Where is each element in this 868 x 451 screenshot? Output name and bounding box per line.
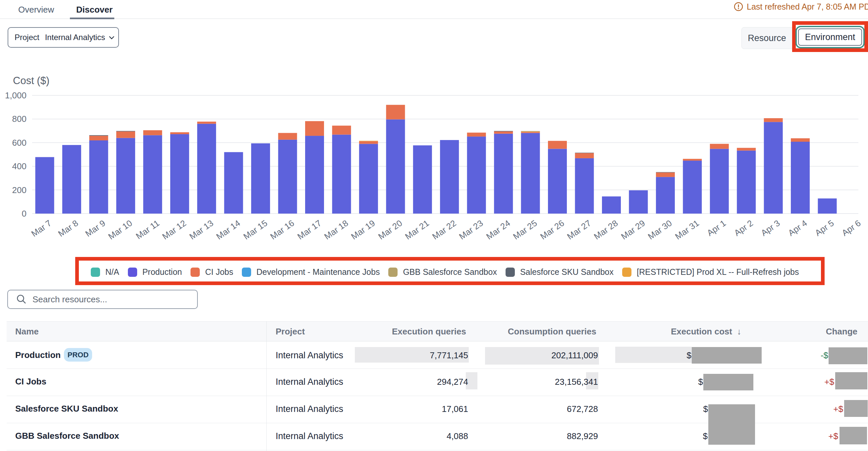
svg-text:800: 800 <box>12 114 27 124</box>
svg-text:Mar 13: Mar 13 <box>187 218 215 241</box>
svg-text:Mar 23: Mar 23 <box>457 218 485 241</box>
svg-text:Mar 27: Mar 27 <box>565 218 593 241</box>
svg-text:Apr 4: Apr 4 <box>786 218 809 238</box>
svg-text:Mar 21: Mar 21 <box>403 218 431 241</box>
svg-text:Apr 3: Apr 3 <box>759 218 781 238</box>
svg-text:Apr 2: Apr 2 <box>732 218 755 238</box>
svg-text:Mar 29: Mar 29 <box>619 218 647 241</box>
svg-text:Mar 10: Mar 10 <box>106 218 134 241</box>
svg-text:600: 600 <box>12 138 27 148</box>
svg-text:Mar 28: Mar 28 <box>592 218 620 241</box>
svg-text:1,000: 1,000 <box>5 90 27 100</box>
svg-text:Mar 17: Mar 17 <box>296 218 323 241</box>
svg-text:Cost ($): Cost ($) <box>13 75 49 87</box>
svg-text:Mar 14: Mar 14 <box>214 218 242 241</box>
svg-text:Mar 31: Mar 31 <box>673 218 701 241</box>
svg-text:Mar 26: Mar 26 <box>538 218 566 241</box>
svg-text:Mar 8: Mar 8 <box>56 218 80 239</box>
svg-text:Mar 24: Mar 24 <box>484 218 512 241</box>
svg-text:Mar 7: Mar 7 <box>30 218 53 239</box>
svg-text:Apr 6: Apr 6 <box>840 218 862 238</box>
svg-text:Mar 18: Mar 18 <box>322 218 350 241</box>
svg-text:Mar 16: Mar 16 <box>268 218 296 241</box>
svg-text:Mar 12: Mar 12 <box>160 218 188 241</box>
svg-text:200: 200 <box>12 185 27 195</box>
svg-text:0: 0 <box>22 208 27 219</box>
svg-text:Mar 20: Mar 20 <box>376 218 404 241</box>
svg-text:Apr 5: Apr 5 <box>813 218 836 238</box>
svg-text:Mar 22: Mar 22 <box>430 218 458 241</box>
svg-text:Mar 9: Mar 9 <box>84 218 107 239</box>
svg-text:Apr 1: Apr 1 <box>705 218 727 238</box>
svg-text:Mar 30: Mar 30 <box>646 218 674 241</box>
svg-text:Mar 25: Mar 25 <box>511 218 539 241</box>
svg-text:Mar 15: Mar 15 <box>242 218 269 241</box>
svg-text:Mar 19: Mar 19 <box>349 218 377 241</box>
svg-text:Mar 11: Mar 11 <box>134 218 161 241</box>
svg-text:400: 400 <box>12 161 27 171</box>
